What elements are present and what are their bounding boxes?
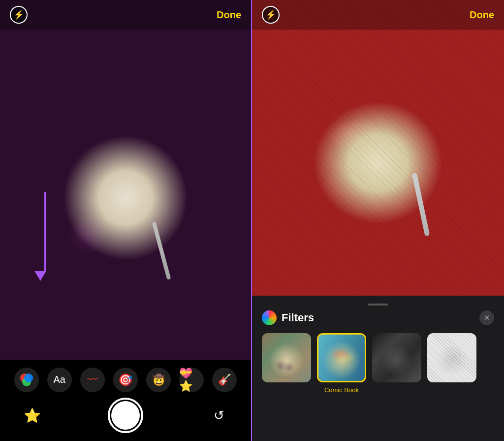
filter-label-comic-book: Comic Book bbox=[324, 386, 359, 394]
right-done-button[interactable]: Done bbox=[470, 9, 494, 21]
filters-title-row: Filters bbox=[262, 310, 314, 325]
original-photo bbox=[0, 0, 251, 360]
left-done-button[interactable]: Done bbox=[217, 9, 241, 21]
guitar-tool-button[interactable]: 🎸 bbox=[212, 368, 237, 392]
bottom-controls-row: ⭐ ↺ bbox=[0, 398, 251, 433]
left-flash-icon: ⚡ bbox=[13, 9, 24, 20]
guitar-icon: 🎸 bbox=[218, 373, 231, 386]
favorites-button[interactable]: ⭐ bbox=[20, 403, 44, 428]
memoji-icon: 🤠 bbox=[152, 373, 165, 386]
left-header: ⚡ Done bbox=[0, 0, 251, 30]
target-icon: 🎯 bbox=[118, 373, 133, 387]
left-panel: ⚡ Done Aa 〰 🎯 bbox=[0, 0, 252, 441]
filter-item-original[interactable] bbox=[262, 333, 311, 394]
filters-title: Filters bbox=[282, 311, 314, 324]
filtered-photo-area bbox=[252, 0, 504, 296]
noir-thumb-image bbox=[372, 333, 421, 382]
left-photo-area bbox=[0, 0, 251, 360]
arrow-indicator bbox=[39, 192, 51, 281]
filter-thumb-noir bbox=[372, 333, 421, 382]
text-tool-button[interactable]: Aa bbox=[47, 368, 72, 392]
comic-book-photo bbox=[252, 0, 504, 296]
filters-panel: Filters ✕ Comic Book bbox=[252, 296, 504, 441]
arrow-line bbox=[44, 192, 46, 271]
right-flash-icon: ⚡ bbox=[265, 9, 276, 20]
filters-tool-button[interactable] bbox=[14, 368, 39, 392]
tools-row: Aa 〰 🎯 🤠 💝⭐ 🎸 bbox=[0, 368, 251, 392]
left-flash-button[interactable]: ⚡ bbox=[10, 6, 28, 24]
right-header: ⚡ Done bbox=[252, 0, 504, 30]
filters-scroll-area[interactable]: Comic Book bbox=[252, 333, 504, 394]
filters-logo-orb bbox=[262, 310, 277, 325]
shutter-inner-circle bbox=[111, 401, 140, 430]
left-toolbar: Aa 〰 🎯 🤠 💝⭐ 🎸 ⭐ bbox=[0, 360, 251, 441]
arrow-head bbox=[34, 271, 46, 281]
original-thumb-image bbox=[262, 333, 311, 382]
rotate-button[interactable]: ↺ bbox=[207, 403, 231, 428]
filters-close-button[interactable]: ✕ bbox=[479, 310, 494, 325]
sticker-icon: 💝⭐ bbox=[179, 367, 204, 393]
right-flash-button[interactable]: ⚡ bbox=[262, 6, 280, 24]
target-tool-button[interactable]: 🎯 bbox=[113, 368, 138, 392]
memoji-tool-button[interactable]: 🤠 bbox=[146, 368, 171, 392]
filter-thumb-sketch bbox=[427, 333, 476, 382]
star-icon: ⭐ bbox=[24, 407, 41, 424]
orb-blue bbox=[24, 373, 33, 382]
sketch-thumb-image bbox=[427, 333, 476, 382]
sticker-tool-button[interactable]: 💝⭐ bbox=[179, 368, 204, 392]
filters-header: Filters ✕ bbox=[252, 310, 504, 333]
draw-tool-button[interactable]: 〰 bbox=[80, 368, 105, 392]
filter-thumb-original bbox=[262, 333, 311, 382]
filters-orb-icon bbox=[20, 373, 33, 386]
rotate-icon: ↺ bbox=[214, 408, 224, 423]
comic-thumb-image bbox=[318, 335, 365, 381]
right-panel: ⚡ Done Filters ✕ bbox=[252, 0, 504, 441]
squiggle-icon: 〰 bbox=[87, 373, 98, 386]
text-icon: Aa bbox=[53, 374, 65, 385]
panel-divider bbox=[368, 304, 388, 305]
shutter-button[interactable] bbox=[108, 398, 143, 433]
filter-item-comic-book[interactable]: Comic Book bbox=[317, 333, 366, 394]
close-icon: ✕ bbox=[484, 314, 490, 322]
filter-item-sketch[interactable] bbox=[427, 333, 476, 394]
filter-thumb-comic-book bbox=[317, 333, 366, 382]
filter-item-noir[interactable] bbox=[372, 333, 421, 394]
